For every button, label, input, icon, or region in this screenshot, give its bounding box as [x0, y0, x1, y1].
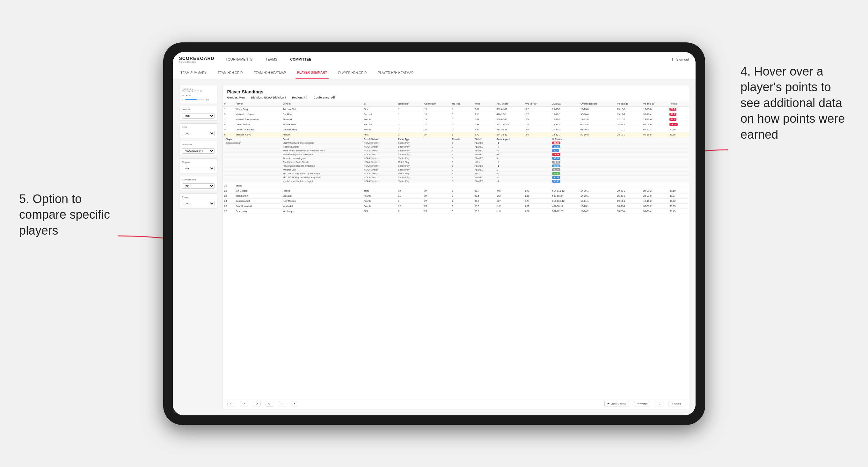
- more-button[interactable]: ⋯: [278, 401, 286, 406]
- col-wins: Wins: [473, 101, 495, 107]
- points-value[interactable]: 60.58: [670, 189, 676, 192]
- table-row-highlighted: 6 Jackson Koivu Auburn First 2 27 5 2.72…: [222, 132, 689, 137]
- points-value[interactable]: 39.95: [670, 205, 676, 208]
- bottom-toolbar: ↶ ↷ ⚙ ⧉ ⋯ ● 👁 View: Original 👁 Watch: [222, 399, 689, 409]
- col-overall-record: Overall Record: [579, 101, 615, 107]
- tooltip-points[interactable]: 56.18: [552, 176, 560, 179]
- tooltip-data-row: Fallen Oak Collegiate Invitational NCAA …: [222, 164, 689, 168]
- table-header-row: # Player School Yr Reg Rank Conf Rank No…: [222, 101, 689, 107]
- watch-button[interactable]: 👁 Watch: [634, 401, 650, 406]
- tooltip-data-row: Tiger Invitational NCAA Division I Strok…: [222, 145, 689, 149]
- points-value[interactable]: 60.27: [670, 194, 676, 197]
- subnav-player-h2h-grid[interactable]: PLAYER H2H GRID: [337, 67, 368, 79]
- watch-icon: 👁: [637, 402, 640, 405]
- subnav-team-h2h-grid[interactable]: TEAM H2H GRID: [216, 67, 244, 79]
- sign-out-link[interactable]: Sign out: [676, 57, 689, 61]
- player-section: Player (All): [179, 193, 217, 209]
- subnav-player-h2h-heatmap[interactable]: PLAYER H2H HEATMAP: [376, 67, 415, 79]
- divider-icon: |: [672, 57, 673, 61]
- subnav-team-h2h-heatmap[interactable]: TEAM H2H HEATMAP: [252, 67, 287, 79]
- region-select[interactable]: N/A: [182, 166, 215, 171]
- player-label: Player: [182, 196, 215, 198]
- redo-button[interactable]: ↷: [240, 401, 248, 406]
- col-points: Points: [668, 101, 688, 107]
- filter-panel: Update time: 27/01/2024 16:56:26 No Rds.…: [179, 86, 217, 409]
- undo-button[interactable]: ↶: [227, 401, 235, 406]
- tooltip-points[interactable]: 73.33: [552, 153, 560, 156]
- table-row: 23 Jack Lundin Missouri Fourth 11 24 0 6…: [222, 193, 689, 198]
- subnav-player-summary[interactable]: PLAYER SUMMARY: [296, 67, 329, 79]
- col-vs-top25: Vs Top 25: [615, 101, 641, 107]
- nav-teams[interactable]: TEAMS: [264, 52, 279, 67]
- tooltip-points[interactable]: 24.11: [552, 161, 560, 163]
- update-time-label: Update time: 27/01/2024 16:56:26: [182, 88, 215, 92]
- tooltip-points[interactable]: 45.64: [552, 142, 560, 145]
- tooltip-data-row: Amer An Intercollegiate NCAA Division I …: [222, 156, 689, 160]
- table-row: 26 Petr Hruby Washington Fifth 7 23 0 68…: [222, 209, 689, 214]
- table-row: 3 Michael Thorbjornsen Stanford Fourth 1…: [222, 117, 689, 122]
- conference-section: Conference (All): [179, 176, 217, 191]
- year-label: Year: [182, 126, 215, 128]
- logo-area: SCOREBOARD Powered by clipp: [179, 56, 215, 63]
- download-button[interactable]: ⭳: [655, 401, 663, 406]
- points-value[interactable]: 68.54: [670, 123, 678, 126]
- division-label: Division: [182, 143, 215, 146]
- settings-button[interactable]: ⚙: [253, 401, 261, 406]
- col-school: School: [281, 101, 362, 107]
- panel-header: Player Standings Gender: Men Division: N…: [222, 86, 689, 101]
- year-select[interactable]: (All): [182, 131, 215, 136]
- annotation-right: 4. Hover over a player's points to see a…: [741, 64, 849, 143]
- copy-button[interactable]: ⧉: [266, 401, 273, 407]
- region-label: Region: [182, 161, 215, 163]
- points-value[interactable]: 88.2: [670, 108, 676, 111]
- annotation-left: 5. Option to compare specific players: [19, 191, 115, 239]
- range-slider[interactable]: [185, 99, 204, 100]
- col-player: Player: [234, 101, 281, 107]
- table-row: 21 Techs: [222, 183, 689, 188]
- points-value[interactable]: 60.49: [670, 128, 676, 131]
- navbar: SCOREBOARD Powered by clipp TOURNAMENTS …: [173, 52, 695, 67]
- col-avg-to-par: Avg to Par: [523, 101, 550, 107]
- conference-select[interactable]: (All): [182, 183, 215, 189]
- tooltip-data-row: Wake Forest Invitational at Pinehurst No…: [222, 149, 689, 152]
- panel-title: Player Standings: [227, 89, 684, 94]
- share-button[interactable]: ⇧ Share: [668, 401, 684, 406]
- gender-select[interactable]: Men: [182, 113, 215, 119]
- view-original-button[interactable]: 👁 View: Original: [604, 401, 629, 406]
- update-time-section: Update time: 27/01/2024 16:56:26 No Rds.…: [179, 86, 217, 103]
- year-section: Year (All): [179, 123, 217, 138]
- tooltip-points[interactable]: 30.47: [552, 168, 560, 171]
- tooltip-points[interactable]: 57.57: [552, 157, 560, 160]
- tooltip-points[interactable]: 25.90: [552, 172, 560, 175]
- clock-button[interactable]: ●: [291, 401, 298, 406]
- points-value[interactable]: 38.49: [670, 210, 676, 213]
- table-container[interactable]: # Player School Yr Reg Rank Conf Rank No…: [222, 101, 689, 399]
- table-row: 5 Christo Lamprecht Georgia Tech Fourth …: [222, 127, 689, 132]
- tooltip-data-row: Mirobel Maui Jim Intercollegiate NCAA Di…: [222, 179, 689, 183]
- table-row: 24 Bastien Amat New Mexico Fourth 1 27 2…: [222, 198, 689, 204]
- gender-section: Gender Men: [179, 106, 217, 121]
- nav-tournaments[interactable]: TOURNAMENTS: [224, 52, 254, 67]
- no-rds-label: No Rds.: [182, 94, 215, 97]
- tooltip-points[interactable]: 66.40: [552, 180, 560, 183]
- tooltip-data-row: SEC Match Play hosted by Jerry Pate NCAA…: [222, 172, 689, 175]
- nav-committee[interactable]: COMMITTEE: [288, 52, 313, 67]
- conference-filter-label: Conference: All: [314, 96, 335, 99]
- tooltip-points[interactable]: 53.60: [552, 145, 560, 148]
- division-select[interactable]: NCAA Division I: [182, 148, 215, 154]
- col-yr: Yr: [362, 101, 396, 107]
- subnav-team-summary[interactable]: TEAM SUMMARY: [179, 67, 209, 79]
- tooltip-points[interactable]: 48.50: [552, 164, 560, 167]
- points-value[interactable]: 70.2: [670, 118, 676, 121]
- points-value[interactable]: 76.2: [670, 113, 676, 116]
- tooltip-points[interactable]: 46.7: [552, 149, 559, 152]
- col-adj-score: Adj. Score: [494, 101, 523, 107]
- region-filter-label: Region: All: [292, 96, 307, 99]
- col-no-rds: No Rds.: [450, 101, 473, 107]
- view-icon: 👁: [607, 402, 610, 405]
- points-value[interactable]: 60.02: [670, 199, 676, 203]
- logo-title: SCOREBOARD: [179, 56, 215, 61]
- points-value[interactable]: 58.18: [670, 133, 676, 136]
- division-section: Division NCAA Division I: [179, 141, 217, 156]
- player-select[interactable]: (All): [182, 201, 215, 206]
